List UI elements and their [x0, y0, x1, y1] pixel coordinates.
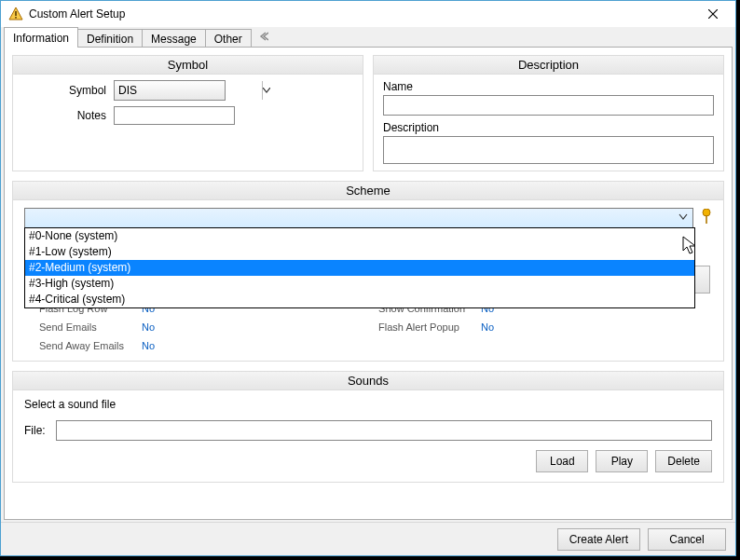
- scheme-prop: Send Away Emails No: [39, 340, 155, 351]
- tab-information[interactable]: Information: [4, 27, 78, 48]
- scheme-dropdown-list[interactable]: #0-None (system) #1-Low (system) #2-Medi…: [24, 227, 695, 308]
- file-label: File:: [24, 424, 50, 437]
- tabpage-information: Symbol Symbol Notes: [4, 47, 733, 520]
- close-button[interactable]: [694, 4, 732, 24]
- prop-value: No: [142, 321, 155, 333]
- sounds-select-label: Select a sound file: [24, 398, 712, 411]
- prop-label: Send Away Emails: [39, 340, 142, 351]
- tabstrip: Information Definition Message Other: [1, 27, 735, 48]
- play-button[interactable]: Play: [596, 450, 648, 472]
- symbol-input[interactable]: [115, 81, 262, 100]
- tab-overflow-arrow-icon[interactable]: [253, 27, 275, 48]
- description-panel-title: Description: [374, 56, 723, 75]
- name-input[interactable]: [383, 95, 714, 116]
- dialog-footer: Create Alert Cancel: [1, 522, 735, 555]
- svg-point-5: [703, 209, 710, 216]
- chevron-down-icon: [676, 211, 691, 224]
- svg-rect-6: [706, 215, 707, 224]
- description-input[interactable]: [383, 136, 714, 164]
- scheme-option[interactable]: #2-Medium (system): [25, 260, 694, 276]
- titlebar: Custom Alert Setup: [1, 1, 735, 27]
- description-panel: Description Name Description: [373, 55, 724, 171]
- symbol-combobox[interactable]: [114, 80, 226, 101]
- description-label: Description: [383, 121, 714, 134]
- prop-label: Send Emails: [39, 321, 142, 333]
- name-label: Name: [383, 80, 714, 93]
- prop-label: Flash Alert Popup: [378, 321, 481, 333]
- prop-value: No: [481, 321, 494, 333]
- tab-message[interactable]: Message: [142, 29, 206, 48]
- sound-file-input[interactable]: [56, 420, 712, 441]
- sounds-panel-title: Sounds: [13, 372, 723, 390]
- symbol-dropdown-button[interactable]: [262, 81, 270, 100]
- load-button[interactable]: Load: [536, 450, 588, 472]
- pin-icon[interactable]: [701, 209, 712, 228]
- chevron-down-icon: [263, 88, 270, 93]
- cancel-button[interactable]: Cancel: [648, 528, 726, 551]
- scheme-panel: Scheme: [12, 181, 724, 362]
- symbol-panel-title: Symbol: [13, 56, 363, 75]
- dialog-window: Custom Alert Setup Information Definitio…: [0, 0, 736, 556]
- scheme-panel-title: Scheme: [13, 182, 723, 200]
- svg-rect-2: [15, 17, 17, 19]
- notes-label: Notes: [21, 109, 114, 122]
- scheme-combobox[interactable]: [24, 208, 693, 228]
- delete-button[interactable]: Delete: [655, 450, 712, 472]
- sounds-panel: Sounds Select a sound file File: Load Pl…: [12, 371, 724, 483]
- prop-value: No: [142, 340, 155, 351]
- warning-icon: [8, 7, 23, 21]
- window-title: Custom Alert Setup: [29, 7, 694, 20]
- scheme-prop: Flash Alert Popup No: [378, 321, 494, 333]
- tab-other[interactable]: Other: [205, 29, 252, 48]
- scheme-option[interactable]: #3-High (system): [25, 276, 694, 292]
- scheme-option[interactable]: #1-Low (system): [25, 244, 694, 260]
- symbol-panel: Symbol Symbol Notes: [12, 55, 363, 171]
- svg-rect-1: [15, 11, 17, 16]
- content-area: Information Definition Message Other Sym…: [1, 27, 735, 555]
- scheme-prop: Send Emails No: [39, 321, 155, 333]
- symbol-label: Symbol: [21, 84, 114, 97]
- scheme-option[interactable]: #4-Critical (system): [25, 292, 694, 307]
- notes-input[interactable]: [114, 106, 235, 125]
- tab-definition[interactable]: Definition: [77, 29, 143, 48]
- close-icon: [708, 9, 718, 19]
- scheme-option[interactable]: #0-None (system): [25, 228, 694, 244]
- create-alert-button[interactable]: Create Alert: [557, 528, 640, 551]
